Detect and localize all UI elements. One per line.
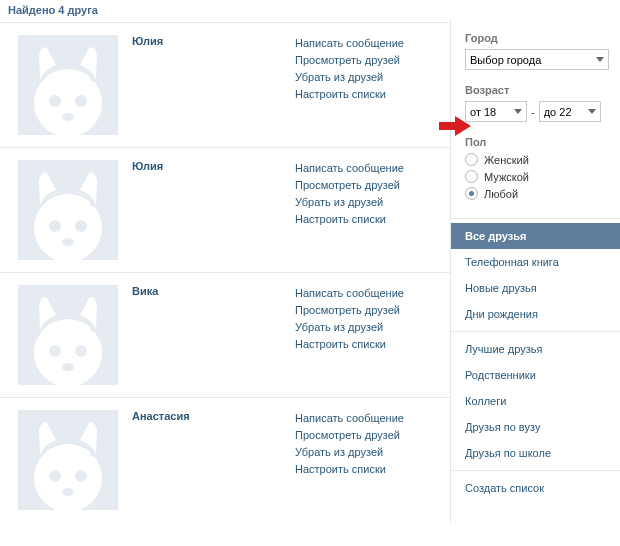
list-school-friends[interactable]: Друзья по школе <box>451 440 620 466</box>
write-message-link[interactable]: Написать сообщение <box>295 35 440 52</box>
list-best-friends[interactable]: Лучшие друзья <box>451 336 620 362</box>
friend-row: Юлия Написать сообщение Просмотреть друз… <box>0 22 450 147</box>
create-list-link[interactable]: Создать список <box>451 475 620 501</box>
age-separator: - <box>531 106 535 118</box>
write-message-link[interactable]: Написать сообщение <box>295 410 440 427</box>
avatar[interactable] <box>18 35 118 135</box>
radio-icon <box>465 170 478 183</box>
configure-lists-link[interactable]: Настроить списки <box>295 461 440 478</box>
configure-lists-link[interactable]: Настроить списки <box>295 336 440 353</box>
friend-name[interactable]: Юлия <box>132 160 285 172</box>
radio-icon <box>465 187 478 200</box>
gender-female-radio[interactable]: Женский <box>465 153 610 166</box>
avatar[interactable] <box>18 285 118 385</box>
remove-friend-link[interactable]: Убрать из друзей <box>295 444 440 461</box>
age-to-select[interactable]: до 22 <box>539 101 601 122</box>
configure-lists-link[interactable]: Настроить списки <box>295 211 440 228</box>
view-friends-link[interactable]: Просмотреть друзей <box>295 52 440 69</box>
configure-lists-link[interactable]: Настроить списки <box>295 86 440 103</box>
list-all-friends[interactable]: Все друзья <box>451 223 620 249</box>
list-relatives[interactable]: Родственники <box>451 362 620 388</box>
remove-friend-link[interactable]: Убрать из друзей <box>295 194 440 211</box>
svg-point-7 <box>49 220 61 232</box>
svg-point-19 <box>49 470 61 482</box>
friend-name[interactable]: Юлия <box>132 35 285 47</box>
svg-point-13 <box>49 345 61 357</box>
view-friends-link[interactable]: Просмотреть друзей <box>295 427 440 444</box>
svg-point-1 <box>49 95 61 107</box>
list-birthdays[interactable]: Дни рождения <box>451 301 620 327</box>
city-label: Город <box>465 32 610 44</box>
list-uni-friends[interactable]: Друзья по вузу <box>451 414 620 440</box>
friend-name[interactable]: Анастасия <box>132 410 285 422</box>
remove-friend-link[interactable]: Убрать из друзей <box>295 69 440 86</box>
friend-row: Вика Написать сообщение Просмотреть друз… <box>0 272 450 397</box>
friend-row: Анастасия Написать сообщение Просмотреть… <box>0 397 450 522</box>
age-from-select[interactable]: от 18 <box>465 101 527 122</box>
gender-any-radio[interactable]: Любой <box>465 187 610 200</box>
svg-point-15 <box>62 363 74 371</box>
write-message-link[interactable]: Написать сообщение <box>295 160 440 177</box>
friend-row: Юлия Написать сообщение Просмотреть друз… <box>0 147 450 272</box>
write-message-link[interactable]: Написать сообщение <box>295 285 440 302</box>
view-friends-link[interactable]: Просмотреть друзей <box>295 302 440 319</box>
list-phonebook[interactable]: Телефонная книга <box>451 249 620 275</box>
svg-point-20 <box>75 470 87 482</box>
svg-point-14 <box>75 345 87 357</box>
annotation-arrow-icon <box>439 116 471 136</box>
radio-icon <box>465 153 478 166</box>
gender-label: Пол <box>465 136 610 148</box>
gender-male-radio[interactable]: Мужской <box>465 170 610 183</box>
avatar[interactable] <box>18 410 118 510</box>
friend-name[interactable]: Вика <box>132 285 285 297</box>
found-count: Найдено 4 друга <box>0 0 450 22</box>
city-select[interactable]: Выбор города <box>465 49 609 70</box>
list-new-friends[interactable]: Новые друзья <box>451 275 620 301</box>
list-colleagues[interactable]: Коллеги <box>451 388 620 414</box>
svg-point-8 <box>75 220 87 232</box>
age-label: Возраст <box>465 84 610 96</box>
svg-point-3 <box>62 113 74 121</box>
remove-friend-link[interactable]: Убрать из друзей <box>295 319 440 336</box>
avatar[interactable] <box>18 160 118 260</box>
svg-point-2 <box>75 95 87 107</box>
svg-point-21 <box>62 488 74 496</box>
svg-point-9 <box>62 238 74 246</box>
view-friends-link[interactable]: Просмотреть друзей <box>295 177 440 194</box>
